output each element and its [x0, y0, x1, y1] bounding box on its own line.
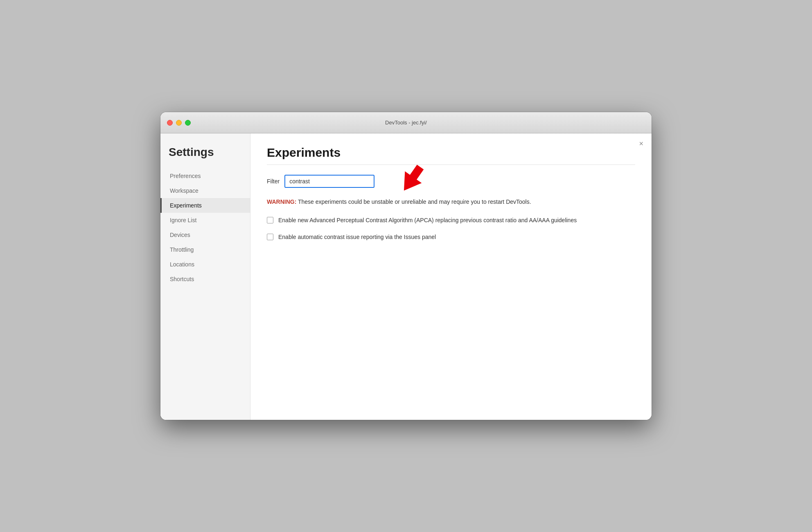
main-content: × Experiments Filter	[250, 133, 652, 420]
experiment-item-apca: Enable new Advanced Perceptual Contrast …	[267, 216, 635, 225]
maximize-button-traffic[interactable]	[185, 120, 191, 126]
traffic-lights	[167, 120, 191, 126]
window-body: Settings Preferences Workspace Experimen…	[160, 133, 652, 420]
page-title: Experiments	[267, 146, 635, 160]
experiment-item-auto-contrast: Enable automatic contrast issue reportin…	[267, 233, 635, 241]
close-button-traffic[interactable]	[167, 120, 173, 126]
experiment-label-apca: Enable new Advanced Perceptual Contrast …	[278, 216, 577, 225]
sidebar-item-workspace[interactable]: Workspace	[160, 183, 250, 198]
close-button[interactable]: ×	[639, 140, 643, 147]
window-title: DevTools - jec.fyi/	[385, 119, 427, 126]
title-bar: DevTools - jec.fyi/	[160, 112, 652, 133]
warning-text: WARNING: These experiments could be unst…	[267, 198, 635, 206]
filter-row: Filter	[267, 175, 635, 188]
section-divider	[267, 165, 635, 165]
svg-marker-0	[395, 162, 429, 195]
warning-box: WARNING: These experiments could be unst…	[267, 198, 635, 206]
sidebar-item-devices[interactable]: Devices	[160, 228, 250, 242]
filter-label: Filter	[267, 178, 280, 185]
sidebar-title: Settings	[160, 146, 250, 169]
experiment-checkbox-apca[interactable]	[267, 217, 273, 223]
sidebar-item-ignore-list[interactable]: Ignore List	[160, 213, 250, 228]
arrow-indicator	[394, 162, 431, 195]
experiments-list: Enable new Advanced Perceptual Contrast …	[267, 216, 635, 241]
minimize-button-traffic[interactable]	[176, 120, 182, 126]
sidebar: Settings Preferences Workspace Experimen…	[160, 133, 250, 420]
experiment-label-auto-contrast: Enable automatic contrast issue reportin…	[278, 233, 436, 241]
sidebar-item-preferences[interactable]: Preferences	[160, 169, 250, 183]
sidebar-item-shortcuts[interactable]: Shortcuts	[160, 272, 250, 286]
sidebar-item-throttling[interactable]: Throttling	[160, 242, 250, 257]
sidebar-item-experiments[interactable]: Experiments	[160, 198, 250, 213]
red-arrow-icon	[394, 162, 431, 195]
warning-label: WARNING:	[267, 198, 296, 205]
sidebar-item-locations[interactable]: Locations	[160, 257, 250, 272]
experiment-checkbox-auto-contrast[interactable]	[267, 234, 273, 240]
filter-input[interactable]	[284, 175, 374, 188]
devtools-window: DevTools - jec.fyi/ Settings Preferences…	[160, 112, 652, 420]
